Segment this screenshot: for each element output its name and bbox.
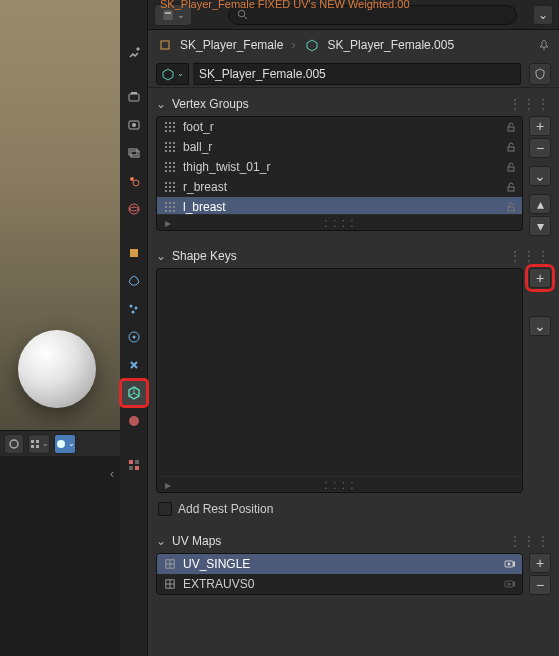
svg-rect-43: [173, 142, 175, 144]
filter-toggle-icon[interactable]: ▸: [165, 216, 171, 230]
lock-icon[interactable]: [506, 122, 516, 132]
item-label: ball_r: [183, 140, 500, 154]
collapse-arrow-icon[interactable]: ‹: [105, 460, 119, 488]
add-rest-position-row[interactable]: Add Rest Position: [156, 497, 551, 521]
mesh-data-tab-icon[interactable]: [121, 380, 147, 406]
vg-move-up-button[interactable]: ▴: [529, 194, 551, 214]
active-render-icon[interactable]: [504, 558, 516, 570]
datablock-name-field[interactable]: SK_Player_Female.005: [193, 63, 521, 85]
physics-tab-icon[interactable]: [121, 324, 147, 350]
svg-rect-40: [508, 127, 514, 131]
shape-keys-list[interactable]: ▸ : : : :: [156, 268, 523, 493]
svg-rect-45: [169, 146, 171, 148]
panel-grip-icon[interactable]: ⋮⋮⋮: [509, 97, 551, 111]
vg-add-button[interactable]: +: [529, 116, 551, 136]
viewport-header: ⌄ ⌄: [0, 430, 120, 456]
list-item[interactable]: UV_SINGLE: [157, 554, 522, 574]
render-tab-icon[interactable]: [121, 84, 147, 110]
vertex-groups-list[interactable]: foot_rball_rthigh_twist_01_rr_breastl_br…: [156, 116, 523, 231]
svg-rect-64: [165, 186, 167, 188]
viewport-3d[interactable]: [0, 0, 120, 430]
svg-rect-67: [165, 190, 167, 192]
properties-editor: ⌄ ⌄ SK_Player_Female › SK_Player_Female.…: [120, 0, 559, 656]
svg-rect-31: [165, 122, 167, 124]
svg-point-0: [10, 440, 18, 448]
breadcrumb: SK_Player_Female › SK_Player_Female.005: [148, 30, 559, 60]
fake-user-toggle[interactable]: [529, 63, 551, 85]
pin-icon[interactable]: [537, 38, 551, 52]
uv-maps-header[interactable]: ⌄ UV Maps ⋮⋮⋮: [156, 529, 551, 553]
panel-grip-icon[interactable]: ⋮⋮⋮: [509, 249, 551, 263]
svg-rect-51: [165, 162, 167, 164]
svg-rect-38: [169, 130, 171, 132]
svg-rect-78: [169, 210, 171, 212]
world-tab-icon[interactable]: [121, 196, 147, 222]
svg-rect-3: [31, 445, 34, 448]
filter-toggle-icon[interactable]: ▸: [165, 478, 171, 492]
svg-rect-63: [173, 182, 175, 184]
constraints-tab-icon[interactable]: [121, 352, 147, 378]
sk-specials-menu[interactable]: ⌄: [529, 316, 551, 336]
uv-add-button[interactable]: +: [529, 553, 551, 573]
material-tab-icon[interactable]: [121, 408, 147, 434]
shape-keys-header[interactable]: ⌄ Shape Keys ⋮⋮⋮: [156, 244, 551, 268]
vg-move-down-button[interactable]: ▾: [529, 216, 551, 236]
svg-point-13: [133, 180, 139, 186]
options-dropdown[interactable]: ⌄: [533, 5, 553, 25]
breadcrumb-mesh[interactable]: SK_Player_Female.005: [327, 38, 454, 52]
list-item[interactable]: foot_r: [157, 117, 522, 137]
texture-tab-icon[interactable]: [121, 452, 147, 478]
particles-tab-icon[interactable]: [121, 296, 147, 322]
svg-rect-1: [31, 440, 34, 443]
uvmap-icon: [163, 557, 177, 571]
list-item[interactable]: EXTRAUVS0: [157, 574, 522, 594]
lock-icon[interactable]: [506, 202, 516, 212]
vertex-groups-header[interactable]: ⌄ Vertex Groups ⋮⋮⋮: [156, 92, 551, 116]
overlay-toggle[interactable]: [4, 434, 24, 454]
svg-rect-54: [165, 166, 167, 168]
uvmap-icon: [163, 577, 177, 591]
active-render-icon[interactable]: [504, 578, 516, 590]
vg-specials-menu[interactable]: ⌄: [529, 166, 551, 186]
panel-grip-icon[interactable]: ⋮⋮⋮: [509, 534, 551, 548]
viewlayer-tab-icon[interactable]: [121, 140, 147, 166]
uv-remove-button[interactable]: −: [529, 575, 551, 595]
vertex-group-icon: [163, 200, 177, 214]
add-rest-position-checkbox[interactable]: [158, 502, 172, 516]
shape-keys-panel: ⌄ Shape Keys ⋮⋮⋮ ▸ : : : : + ⌄: [156, 244, 551, 521]
lock-icon[interactable]: [506, 142, 516, 152]
output-tab-icon[interactable]: [121, 112, 147, 138]
sk-add-button[interactable]: +: [529, 268, 551, 288]
list-item[interactable]: l_breast: [157, 197, 522, 214]
breadcrumb-object[interactable]: SK_Player_Female: [180, 38, 283, 52]
object-tab-icon[interactable]: [121, 240, 147, 266]
panel-title: Vertex Groups: [172, 97, 249, 111]
list-resize-grip[interactable]: ▸ : : : :: [157, 214, 522, 230]
lock-icon[interactable]: [506, 162, 516, 172]
list-item[interactable]: thigh_twist_01_r: [157, 157, 522, 177]
svg-rect-37: [165, 130, 167, 132]
tool-tab-icon[interactable]: [121, 40, 147, 66]
breadcrumb-separator: ›: [291, 38, 295, 52]
snap-toggle[interactable]: ⌄: [28, 434, 50, 454]
shading-mode[interactable]: ⌄: [54, 434, 76, 454]
lock-icon[interactable]: [506, 182, 516, 192]
list-item[interactable]: ball_r: [157, 137, 522, 157]
lower-editor[interactable]: [0, 456, 120, 656]
svg-point-9: [132, 123, 136, 127]
svg-rect-55: [169, 166, 171, 168]
list-item[interactable]: r_breast: [157, 177, 522, 197]
svg-point-14: [129, 204, 139, 214]
vg-remove-button[interactable]: −: [529, 138, 551, 158]
svg-rect-35: [169, 126, 171, 128]
svg-rect-7: [131, 92, 137, 94]
svg-rect-75: [169, 206, 171, 208]
svg-rect-34: [165, 126, 167, 128]
scene-tab-icon[interactable]: [121, 168, 147, 194]
list-resize-grip[interactable]: ▸ : : : :: [157, 476, 522, 492]
svg-point-90: [508, 583, 511, 586]
modifier-tab-icon[interactable]: [121, 268, 147, 294]
svg-rect-79: [173, 210, 175, 212]
datablock-browse[interactable]: ⌄: [156, 63, 189, 85]
uv-maps-list[interactable]: UV_SINGLEEXTRAUVS0: [156, 553, 523, 595]
